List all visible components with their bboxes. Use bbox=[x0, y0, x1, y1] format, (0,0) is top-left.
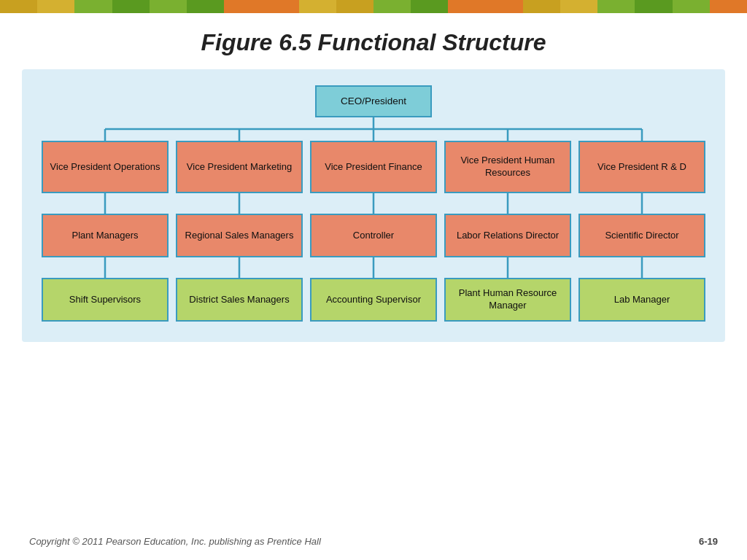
l3-box-0: Shift Supervisors bbox=[42, 278, 169, 322]
l2-box-0: Plant Managers bbox=[42, 214, 169, 257]
l3-row: Shift Supervisors District Sales Manager… bbox=[35, 278, 712, 322]
vp-label-0: Vice President Operations bbox=[50, 161, 160, 174]
l2-label-2: Controller bbox=[353, 230, 394, 242]
l2-label-0: Plant Managers bbox=[71, 230, 138, 242]
l2-box-2: Controller bbox=[310, 214, 437, 257]
top-decorative-bar bbox=[0, 0, 747, 13]
ceo-label: CEO/President bbox=[341, 95, 406, 108]
l2-label-3: Labor Relations Director bbox=[457, 230, 559, 242]
vp-box-0: Vice President Operations bbox=[42, 141, 169, 193]
vp-row: Vice President Operations Vice President… bbox=[35, 141, 712, 193]
rows-wrapper: CEO/President Vice President Operations … bbox=[35, 85, 712, 322]
l3-label-3: Plant Human Resource Manager bbox=[450, 287, 565, 312]
l3-box-2: Accounting Supervisor bbox=[310, 278, 437, 322]
l2-box-1: Regional Sales Managers bbox=[176, 214, 303, 257]
page-number: 6-19 bbox=[699, 536, 718, 547]
l3-label-1: District Sales Managers bbox=[189, 294, 289, 306]
vp-label-1: Vice President Marketing bbox=[187, 161, 292, 174]
vp-box-1: Vice President Marketing bbox=[176, 141, 303, 193]
chart-inner: CEO/President Vice President Operations … bbox=[35, 85, 712, 322]
l3-label-4: Lab Manager bbox=[614, 294, 670, 306]
copyright-text: Copyright © 2011 Pearson Education, Inc.… bbox=[29, 536, 321, 547]
vp-label-3: Vice President Human Resources bbox=[450, 155, 565, 179]
l2-box-4: Scientific Director bbox=[578, 214, 705, 257]
l3-box-3: Plant Human Resource Manager bbox=[444, 278, 571, 322]
vp-label-4: Vice President R & D bbox=[597, 161, 686, 174]
ceo-row: CEO/President bbox=[35, 85, 712, 117]
l3-box-4: Lab Manager bbox=[578, 278, 705, 322]
footer: Copyright © 2011 Pearson Education, Inc.… bbox=[0, 536, 747, 547]
vp-box-3: Vice President Human Resources bbox=[444, 141, 571, 193]
vp-box-4: Vice President R & D bbox=[578, 141, 705, 193]
l2-label-4: Scientific Director bbox=[605, 230, 678, 242]
page-title: Figure 6.5 Functional Structure bbox=[0, 29, 747, 56]
vp-label-2: Vice President Finance bbox=[325, 161, 422, 174]
l2-box-3: Labor Relations Director bbox=[444, 214, 571, 257]
l2-row: Plant Managers Regional Sales Managers C… bbox=[35, 214, 712, 257]
vp-box-2: Vice President Finance bbox=[310, 141, 437, 193]
l3-label-2: Accounting Supervisor bbox=[326, 294, 421, 306]
ceo-box: CEO/President bbox=[315, 85, 432, 117]
l2-label-1: Regional Sales Managers bbox=[185, 230, 294, 242]
org-chart-container: CEO/President Vice President Operations … bbox=[22, 69, 725, 342]
l3-label-0: Shift Supervisors bbox=[69, 294, 141, 306]
l3-box-1: District Sales Managers bbox=[176, 278, 303, 322]
